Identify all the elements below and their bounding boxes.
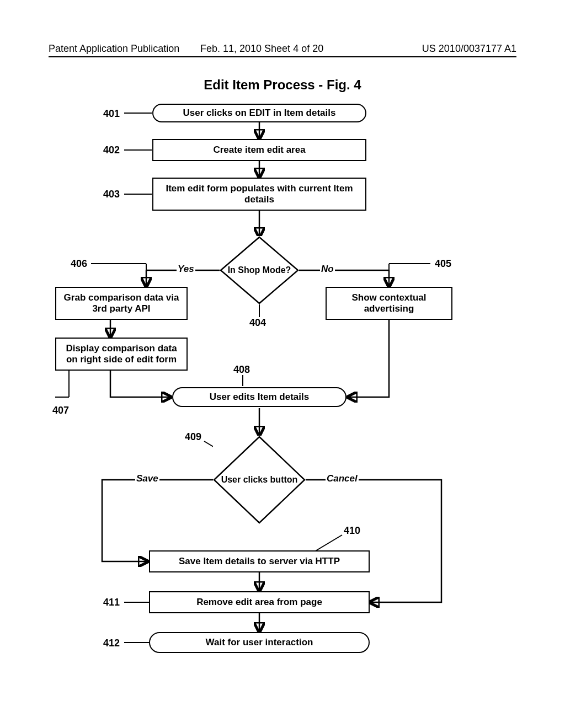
edge-yes: Yes: [177, 264, 195, 275]
node-411-text: Remove edit area from page: [191, 595, 328, 610]
node-412-text: Wait for user interaction: [200, 635, 319, 650]
node-405: Show contextual advertising: [326, 287, 452, 320]
node-405-text: Show contextual advertising: [327, 290, 451, 316]
node-403: Item edit form populates with current It…: [152, 178, 366, 211]
node-406-text: Grab comparison data via 3rd party API: [56, 290, 186, 316]
ref-404: 404: [249, 317, 266, 329]
node-401-start: User clicks on EDIT in Item details: [152, 104, 366, 122]
header-rule: [49, 56, 516, 57]
header-left: Patent Application Publication: [49, 43, 179, 55]
node-402: Create item edit area: [152, 139, 366, 161]
node-412-end: Wait for user interaction: [149, 632, 370, 653]
svg-line-23: [315, 535, 342, 552]
figure-title: Edit Item Process - Fig. 4: [0, 77, 565, 93]
ref-402: 402: [103, 144, 120, 156]
ref-405: 405: [435, 258, 451, 270]
ref-410: 410: [344, 525, 360, 537]
ref-409: 409: [185, 431, 201, 443]
node-408: User edits Item details: [172, 387, 347, 407]
ref-406: 406: [71, 258, 87, 270]
node-403-text: Item edit form populates with current It…: [153, 181, 365, 207]
node-410: Save Item details to server via HTTP: [149, 550, 370, 572]
node-409-text: User clicks button: [213, 436, 306, 524]
node-407-text: Display comparison data on right side of…: [56, 341, 186, 367]
node-406: Grab comparison data via 3rd party API: [55, 287, 188, 320]
ref-401: 401: [103, 108, 120, 120]
ref-408: 408: [233, 364, 250, 376]
ref-403: 403: [103, 189, 120, 200]
node-402-text: Create item edit area: [207, 142, 311, 158]
node-409-decision: User clicks button: [213, 436, 306, 524]
node-411: Remove edit area from page: [149, 591, 370, 613]
node-404-decision: In Shop Mode?: [220, 236, 299, 304]
edge-cancel: Cancel: [326, 473, 359, 484]
node-410-text: Save Item details to server via HTTP: [173, 554, 345, 569]
page: Patent Application Publication Feb. 11, …: [0, 0, 565, 728]
node-401-text: User clicks on EDIT in Item details: [178, 105, 342, 121]
edge-save: Save: [135, 473, 159, 484]
ref-412: 412: [103, 638, 120, 649]
ref-411: 411: [103, 597, 120, 608]
node-407: Display comparison data on right side of…: [55, 338, 188, 371]
ref-407: 407: [52, 405, 69, 416]
edge-no: No: [320, 264, 335, 275]
header-right: US 2010/0037177 A1: [422, 43, 516, 55]
node-404-text: In Shop Mode?: [220, 236, 299, 304]
header-mid: Feb. 11, 2010 Sheet 4 of 20: [200, 43, 323, 55]
node-408-text: User edits Item details: [204, 389, 315, 405]
